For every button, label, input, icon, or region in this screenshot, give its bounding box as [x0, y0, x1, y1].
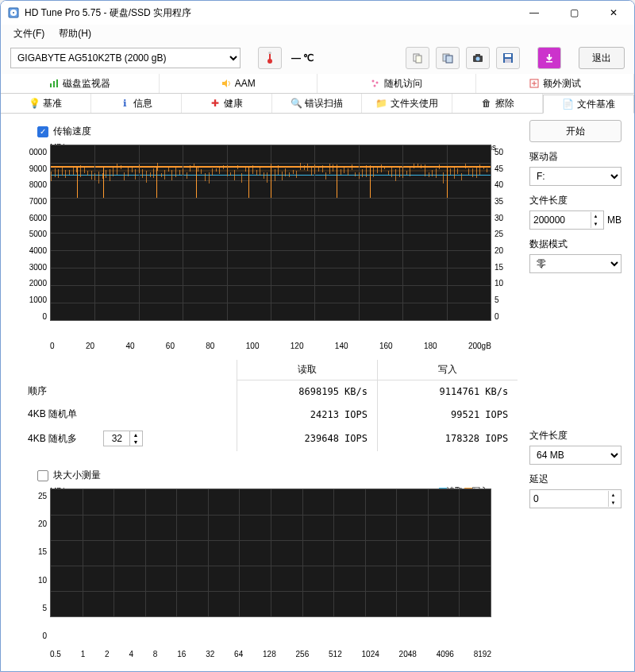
transfer-speed-checkbox[interactable]: ✓: [37, 126, 48, 137]
y-axis-left-2: 2520151050: [13, 489, 50, 643]
tab-health[interactable]: ✚健康: [182, 94, 272, 113]
tab-file-benchmark[interactable]: 📄文件基准: [543, 95, 634, 114]
tab-random-access[interactable]: 随机访问: [318, 74, 476, 93]
toolbar: GIGABYTE AG510K2TB (2000 gB) — ℃ 退出: [1, 42, 634, 74]
svg-point-20: [372, 80, 375, 83]
download-icon[interactable]: [537, 47, 561, 69]
svg-rect-19: [56, 79, 58, 87]
dots-icon: [370, 78, 381, 89]
app-icon: [7, 6, 20, 19]
copy-text-icon[interactable]: [406, 47, 429, 69]
rndm-read: 239648 IOPS: [237, 426, 378, 451]
svg-rect-15: [505, 59, 511, 63]
tabs-top: 磁盘监视器 AAM 随机访问 额外测试: [1, 74, 634, 94]
folder-icon: 📁: [376, 98, 387, 109]
results-table: 读取 写入 顺序 8698195 KB/s 9114761 KB/s 4KB 随…: [13, 360, 520, 452]
tab-aam[interactable]: AAM: [160, 74, 318, 93]
tab-folder-usage[interactable]: 📁文件夹使用: [362, 94, 452, 113]
svg-point-11: [476, 57, 480, 61]
file-icon: 📄: [563, 98, 574, 110]
content: ✓ 传输速度 MB/s ms 0000900080007000600050004…: [1, 114, 634, 671]
col-read: 读取: [237, 360, 378, 380]
close-button[interactable]: ✕: [596, 2, 631, 24]
svg-rect-12: [475, 54, 480, 56]
minimize-button[interactable]: —: [517, 2, 552, 24]
row-4k-single: 4KB 随机单 24213 IOPS 99521 IOPS: [21, 403, 518, 426]
svg-rect-9: [446, 56, 452, 63]
block-chart: MB/s 读取 写入 2520151050: [13, 489, 520, 643]
filelen-input[interactable]: ▲▼: [529, 210, 604, 230]
y-axis-right: 50454035302520151050: [491, 145, 520, 335]
svg-point-2: [13, 12, 14, 14]
svg-rect-7: [416, 56, 421, 63]
pattern-label: 数据模式: [529, 238, 622, 251]
plot-area-1: [50, 145, 491, 321]
svg-rect-5: [268, 52, 271, 54]
tabs-bottom: 💡基准 ℹ信息 ✚健康 🔍错误扫描 📁文件夹使用 🗑擦除 📄文件基准: [1, 94, 634, 114]
svg-point-22: [374, 85, 376, 87]
start-button[interactable]: 开始: [529, 120, 622, 142]
transfer-chart: MB/s ms 00009000800070006000500040003000…: [13, 145, 520, 335]
search-icon: 🔍: [291, 98, 302, 109]
tab-error-scan[interactable]: 🔍错误扫描: [272, 94, 363, 113]
svg-rect-18: [53, 81, 55, 87]
drive-label: 驱动器: [529, 150, 622, 164]
delay-input[interactable]: ▲▼: [529, 489, 622, 508]
rnd1-read: 24213 IOPS: [237, 403, 378, 426]
block-size-label: 块大小测量: [53, 469, 101, 482]
queue-depth-spinner[interactable]: ▲▼: [103, 431, 143, 446]
filelen-label: 文件长度: [529, 194, 622, 207]
y-axis-left: 0000900080007000600050004000300020001000…: [13, 145, 50, 335]
tab-info[interactable]: ℹ信息: [91, 94, 182, 113]
main-panel: ✓ 传输速度 MB/s ms 0000900080007000600050004…: [13, 120, 520, 658]
tab-benchmark[interactable]: 💡基准: [1, 94, 91, 113]
tab-extra-tests[interactable]: 额外测试: [476, 74, 635, 93]
plot-area-2: [50, 489, 491, 617]
row-4k-multi: 4KB 随机多 ▲▼ 239648 IOPS 178328 IOPS: [21, 426, 518, 451]
rndm-write: 178328 IOPS: [378, 426, 518, 451]
transfer-speed-row: ✓ 传输速度: [37, 125, 520, 138]
filelen2-select[interactable]: 64 MB: [529, 446, 622, 465]
save-icon[interactable]: [496, 47, 520, 69]
seq-write: 9114761 KB/s: [378, 380, 518, 403]
x-axis-2: 0.512481632641282565121024204840968192: [13, 647, 520, 658]
speaker-icon: [221, 78, 232, 89]
copy-screenshot-icon[interactable]: [436, 47, 460, 69]
delay-label: 延迟: [529, 473, 622, 486]
seq-read: 8698195 KB/s: [237, 380, 378, 403]
block-size-row: 块大小测量: [37, 469, 520, 482]
temperature-icon[interactable]: [258, 47, 282, 69]
rnd1-write: 99521 IOPS: [378, 403, 518, 426]
bulb-icon: 💡: [29, 98, 40, 109]
svg-rect-17: [50, 83, 52, 87]
window-title: HD Tune Pro 5.75 - 硬盘/SSD 实用程序: [25, 6, 512, 20]
titlebar: HD Tune Pro 5.75 - 硬盘/SSD 实用程序 — ▢ ✕: [1, 1, 634, 25]
col-write: 写入: [378, 360, 518, 380]
plus-icon: [529, 78, 540, 89]
svg-rect-14: [505, 54, 511, 57]
x-axis-1: 020406080100120140160180200gB: [13, 338, 520, 350]
health-icon: ✚: [210, 98, 221, 109]
app-window: HD Tune Pro 5.75 - 硬盘/SSD 实用程序 — ▢ ✕ 文件(…: [0, 0, 635, 672]
trash-icon: 🗑: [481, 98, 492, 109]
svg-point-21: [376, 82, 379, 84]
pattern-select[interactable]: 零: [529, 254, 622, 273]
menu-help[interactable]: 帮助(H): [52, 25, 98, 42]
svg-rect-16: [546, 61, 552, 63]
filelen-unit: MB: [607, 214, 622, 226]
block-size-checkbox[interactable]: [37, 470, 48, 481]
menubar: 文件(F) 帮助(H): [1, 25, 634, 42]
transfer-speed-label: 传输速度: [53, 125, 91, 138]
exit-button[interactable]: 退出: [579, 47, 625, 69]
info-icon: ℹ: [119, 98, 130, 109]
drive-letter-select[interactable]: F:: [529, 167, 622, 186]
menu-file[interactable]: 文件(F): [7, 25, 51, 42]
filelen2-label: 文件长度: [529, 429, 622, 442]
maximize-button[interactable]: ▢: [556, 2, 591, 24]
tab-disk-monitor[interactable]: 磁盘监视器: [1, 74, 160, 93]
screenshot-icon[interactable]: [466, 47, 490, 69]
row-sequential: 顺序 8698195 KB/s 9114761 KB/s: [21, 380, 518, 403]
drive-select[interactable]: GIGABYTE AG510K2TB (2000 gB): [10, 48, 241, 68]
side-panel: 开始 驱动器 F: 文件长度 ▲▼ MB 数据模式 零 文件长度 64 MB: [529, 120, 622, 658]
tab-erase[interactable]: 🗑擦除: [452, 94, 543, 113]
